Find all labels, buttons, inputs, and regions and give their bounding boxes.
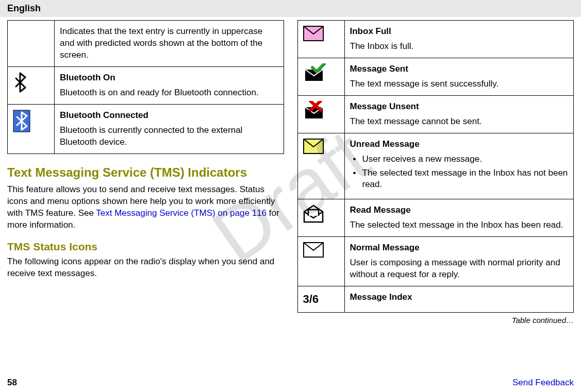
left-indicator-table: Indicates that the text entry is current… bbox=[7, 20, 284, 154]
page-number: 58 bbox=[7, 378, 17, 388]
message-sent-desc-cell: Message Sent The text message is sent su… bbox=[344, 58, 574, 95]
row-title: Message Unsent bbox=[350, 101, 569, 113]
inbox-full-icon-cell bbox=[297, 21, 344, 58]
list-item: The selected text message in the Inbox h… bbox=[350, 167, 569, 191]
bluetooth-on-icon bbox=[13, 72, 27, 93]
page-footer: 58 Send Feedback bbox=[7, 378, 574, 388]
read-message-icon-cell bbox=[297, 199, 344, 237]
normal-message-icon-cell bbox=[297, 237, 344, 286]
table-row: Indicates that the text entry is current… bbox=[8, 21, 284, 67]
normal-message-desc-cell: Normal Message User is composing a messa… bbox=[344, 237, 574, 286]
header-language: English bbox=[7, 3, 41, 13]
uppercase-predict-desc-cell: Indicates that the text entry is current… bbox=[55, 21, 284, 67]
read-message-icon bbox=[303, 204, 324, 223]
table-row: Read Message The selected text message i… bbox=[297, 199, 574, 237]
row-desc: Bluetooth is on and ready for Bluetooth … bbox=[60, 88, 259, 97]
subsection-body: The following icons appear on the radio'… bbox=[7, 256, 284, 280]
row-title: Bluetooth On bbox=[60, 72, 278, 84]
table-row: Message Sent The text message is sent su… bbox=[297, 58, 574, 95]
table-row: Bluetooth On Bluetooth is on and ready f… bbox=[8, 66, 284, 104]
tms-crossref-link[interactable]: Text Messaging Service (TMS) on page 116 bbox=[96, 208, 267, 218]
row-desc: The selected text message in the Inbox h… bbox=[350, 220, 563, 230]
send-feedback-link[interactable]: Send Feedback bbox=[512, 378, 574, 388]
message-unsent-icon-cell bbox=[297, 95, 344, 133]
row-title: Bluetooth Connected bbox=[60, 110, 278, 122]
table-row: Bluetooth Connected Bluetooth is current… bbox=[8, 104, 284, 154]
message-sent-icon-cell bbox=[297, 58, 344, 95]
unread-message-desc-cell: Unread Message User receives a new messa… bbox=[344, 133, 574, 199]
message-sent-icon bbox=[303, 63, 326, 82]
row-desc: The text message is sent successfully. bbox=[350, 79, 499, 89]
row-title: Message Index bbox=[350, 292, 569, 303]
page-header: English bbox=[0, 0, 581, 17]
section-body: This feature allows you to send and rece… bbox=[7, 184, 284, 231]
table-row: Normal Message User is composing a messa… bbox=[297, 237, 574, 286]
table-row: Inbox Full The Inbox is full. bbox=[297, 21, 574, 58]
inbox-full-icon bbox=[303, 26, 324, 41]
row-title: Read Message bbox=[350, 204, 569, 216]
content-columns: Indicates that the text entry is current… bbox=[0, 17, 581, 325]
row-desc: User is composing a message with normal … bbox=[350, 258, 560, 279]
read-message-desc-cell: Read Message The selected text message i… bbox=[344, 199, 574, 237]
table-row: Unread Message User receives a new messa… bbox=[297, 133, 574, 199]
row-desc: The text message cannot be sent. bbox=[350, 116, 482, 126]
normal-message-icon bbox=[303, 242, 324, 258]
row-title: Normal Message bbox=[350, 242, 569, 254]
row-desc: The Inbox is full. bbox=[350, 41, 414, 51]
bluetooth-connected-icon bbox=[13, 110, 30, 132]
section-heading-tms-indicators: Text Messaging Service (TMS) Indicators bbox=[7, 165, 284, 180]
left-column: Indicates that the text entry is current… bbox=[7, 20, 284, 325]
bluetooth-connected-desc-cell: Bluetooth Connected Bluetooth is current… bbox=[55, 104, 284, 154]
table-continued-note: Table continued… bbox=[297, 316, 574, 325]
unread-message-icon bbox=[303, 139, 324, 154]
unread-bullet-list: User receives a new message. The selecte… bbox=[350, 154, 569, 191]
table-row: Message Unsent The text message cannot b… bbox=[297, 95, 574, 133]
message-unsent-icon bbox=[303, 101, 326, 120]
message-index-icon: 3/6 bbox=[303, 293, 319, 305]
uppercase-predict-icon-cell bbox=[8, 21, 55, 67]
message-unsent-desc-cell: Message Unsent The text message cannot b… bbox=[344, 95, 574, 133]
inbox-full-desc-cell: Inbox Full The Inbox is full. bbox=[344, 21, 574, 58]
row-desc: Indicates that the text entry is current… bbox=[60, 26, 262, 60]
bluetooth-connected-icon-cell bbox=[8, 104, 55, 154]
bluetooth-on-desc-cell: Bluetooth On Bluetooth is on and ready f… bbox=[55, 66, 284, 104]
row-title: Message Sent bbox=[350, 63, 569, 75]
row-title: Unread Message bbox=[350, 139, 569, 150]
list-item: User receives a new message. bbox=[350, 154, 569, 165]
message-index-icon-cell: 3/6 bbox=[297, 286, 344, 313]
row-desc: Bluetooth is currently connected to the … bbox=[60, 125, 242, 147]
row-title: Inbox Full bbox=[350, 26, 569, 38]
subsection-heading-tms-status-icons: TMS Status Icons bbox=[7, 241, 284, 253]
message-index-desc-cell: Message Index bbox=[344, 286, 574, 313]
unread-message-icon-cell bbox=[297, 133, 344, 199]
right-indicator-table: Inbox Full The Inbox is full. Message Se… bbox=[297, 20, 574, 313]
table-row: 3/6 Message Index bbox=[297, 286, 574, 313]
bluetooth-on-icon-cell bbox=[8, 66, 55, 104]
right-column: Inbox Full The Inbox is full. Message Se… bbox=[297, 20, 574, 325]
